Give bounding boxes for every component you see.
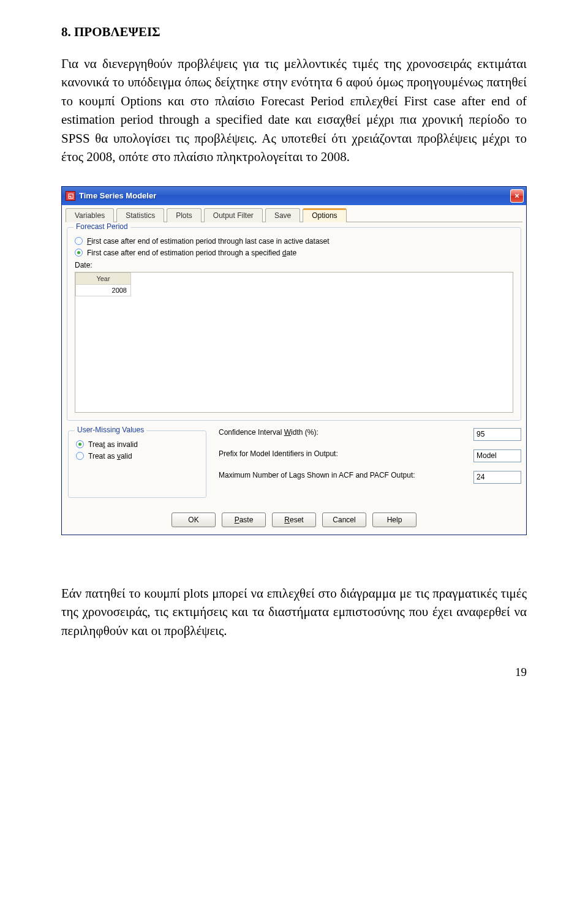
window-title: Time Series Modeler <box>79 191 510 200</box>
radio-label: First case after end of estimation perio… <box>87 237 330 246</box>
year-cell[interactable]: 2008 <box>76 284 131 296</box>
missing-opt-invalid[interactable]: Treat as invalid <box>76 440 198 449</box>
tab-statistics[interactable]: Statistics <box>116 208 164 222</box>
prefix-label: Prefix for Model Identifiers in Output: <box>219 449 473 459</box>
paste-button[interactable]: Paste <box>222 513 266 527</box>
dialog-window: ◱ Time Series Modeler × Variables Statis… <box>61 186 527 535</box>
forecast-period-group: Forecast Period First case after end of … <box>67 227 521 421</box>
tab-strip: Variables Statistics Plots Output Filter… <box>66 208 522 222</box>
user-missing-legend: User-Missing Values <box>75 426 146 434</box>
radio-icon <box>76 440 84 448</box>
prefix-input[interactable] <box>473 449 521 462</box>
app-icon: ◱ <box>66 191 75 201</box>
page-number: 19 <box>0 659 588 691</box>
tab-options[interactable]: Options <box>303 208 346 222</box>
user-missing-group: User-Missing Values Treat as invalid Tre… <box>68 430 206 498</box>
paragraph-1: Για να διενεργηθούν προβλέψεις για τις μ… <box>61 54 527 167</box>
section-heading: 8. ΠΡΟΒΛΕΨΕΙΣ <box>61 24 527 40</box>
dialog-button-row: OK Paste Reset Cancel Help <box>66 506 522 530</box>
tab-output-filter[interactable]: Output Filter <box>204 208 263 222</box>
tab-plots[interactable]: Plots <box>167 208 202 222</box>
forecast-opt-specified-date[interactable]: First case after end of estimation perio… <box>75 249 513 257</box>
radio-icon <box>75 249 83 257</box>
max-lags-label: Maximum Number of Lags Shown in ACF and … <box>219 471 473 481</box>
help-button[interactable]: Help <box>372 513 417 527</box>
tab-save[interactable]: Save <box>265 208 300 222</box>
paragraph-2: Εάν πατηθεί το κουμπί plots μπορεί να επ… <box>61 584 527 640</box>
titlebar[interactable]: ◱ Time Series Modeler × <box>62 187 526 205</box>
ok-button[interactable]: OK <box>172 513 216 527</box>
cancel-button[interactable]: Cancel <box>322 513 366 527</box>
max-lags-input[interactable] <box>473 471 521 484</box>
date-grid[interactable]: Year 2008 <box>75 272 513 413</box>
radio-icon <box>76 452 84 460</box>
missing-opt-valid[interactable]: Treat as valid <box>76 452 198 460</box>
radio-label: Treat as invalid <box>88 440 138 449</box>
radio-icon <box>75 237 83 245</box>
ci-width-label: Confidence Interval Width (%): <box>219 428 473 438</box>
forecast-opt-last-case[interactable]: First case after end of estimation perio… <box>75 237 513 246</box>
year-column-header: Year <box>76 272 131 284</box>
radio-label: Treat as valid <box>88 452 132 460</box>
radio-label: First case after end of estimation perio… <box>87 249 296 257</box>
close-icon[interactable]: × <box>510 189 524 203</box>
forecast-period-legend: Forecast Period <box>74 222 130 231</box>
tab-variables[interactable]: Variables <box>66 208 114 222</box>
ci-width-input[interactable] <box>473 428 521 441</box>
date-label: Date: <box>75 261 513 269</box>
reset-button[interactable]: Reset <box>272 513 316 527</box>
